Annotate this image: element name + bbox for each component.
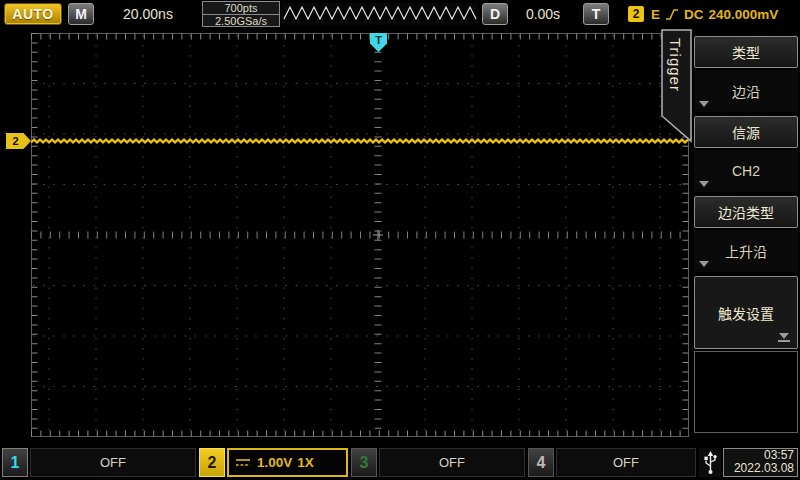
menu-value-label: 边沿 [732,81,760,101]
acquisition-info-box: 700pts 2.50GSa/s [202,1,280,27]
menu-header-type[interactable]: 类型 [694,36,798,68]
bottom-channel-bar: 1 OFF 2 1.00V 1X 3 OFF 4 OFF [0,446,800,480]
menu-value-edge-slope[interactable]: 上升沿 [694,230,798,272]
usb-icon [703,451,718,475]
menu-value-label: 上升沿 [725,241,767,261]
menu-header-source[interactable]: 信源 [694,116,798,148]
channel2-badge[interactable]: 2 [199,448,225,477]
channel3-status[interactable]: OFF [379,448,525,477]
horizontal-delay-readout: 0.00s [508,0,578,28]
memory-waveform-indicator[interactable] [282,3,478,25]
graticule-grid [31,33,689,437]
trigger-menu-tab: Trigger [661,29,692,143]
run-mode-button[interactable]: AUTO [4,3,62,25]
menu-value-trigger-type[interactable]: 边沿 [694,70,798,112]
trigger-coupling-label: DC [684,7,704,22]
usb-indicator [699,448,721,477]
trigger-source-badge: 2 [628,6,644,22]
chevron-down-icon [699,181,709,187]
channel3-badge[interactable]: 3 [351,448,377,477]
date-value: 2022.03.08 [724,462,797,475]
waveform-display-area [31,33,689,437]
oscilloscope-screen: AUTO M 20.00ns 700pts 2.50GSa/s D 0.00s … [0,0,800,480]
trigger-settings-button[interactable]: 触发设置 [694,276,798,349]
trigger-type-label: E [651,7,660,22]
menu-value-label: CH2 [732,163,760,179]
channel4-status[interactable]: OFF [556,448,696,477]
trigger-level-value: 240.000mV [709,7,779,22]
trigger-settings-label: 触发设置 [718,303,774,323]
horizontal-menu-button[interactable]: M [68,3,94,25]
sample-rate: 2.50GSa/s [203,15,279,27]
channel2-scale: 1.00V [257,455,292,470]
chevron-down-icon [699,101,709,107]
delay-menu-button[interactable]: D [482,3,508,25]
trigger-status-readout: E DC 240.000mV [651,0,778,28]
top-status-bar: AUTO M 20.00ns 700pts 2.50GSa/s D 0.00s … [0,0,800,28]
memory-depth: 700pts [203,2,279,15]
channel2-settings-box[interactable]: 1.00V 1X [227,448,348,477]
trigger-menu-button[interactable]: T [583,3,609,25]
expand-more-icon [778,333,790,342]
channel1-status[interactable]: OFF [30,448,196,477]
channel1-badge[interactable]: 1 [2,448,28,477]
dc-coupling-icon [235,457,252,468]
trigger-tab-label: Trigger [667,38,684,92]
trigger-soft-menu: 类型 边沿 信源 CH2 边沿类型 上升沿 触发设置 [692,28,800,446]
channel4-badge[interactable]: 4 [528,448,554,477]
menu-header-edge-type[interactable]: 边沿类型 [694,196,798,228]
channel2-position-marker[interactable]: 2 [6,133,31,149]
chevron-down-icon [699,261,709,267]
channel2-probe: 1X [297,455,314,470]
timebase-readout: 20.00ns [96,0,200,28]
clock-display: 03:57 2022.03.08 [723,448,798,477]
menu-value-source[interactable]: CH2 [694,150,798,192]
rising-edge-icon [665,8,679,21]
empty-menu-panel [694,351,798,433]
